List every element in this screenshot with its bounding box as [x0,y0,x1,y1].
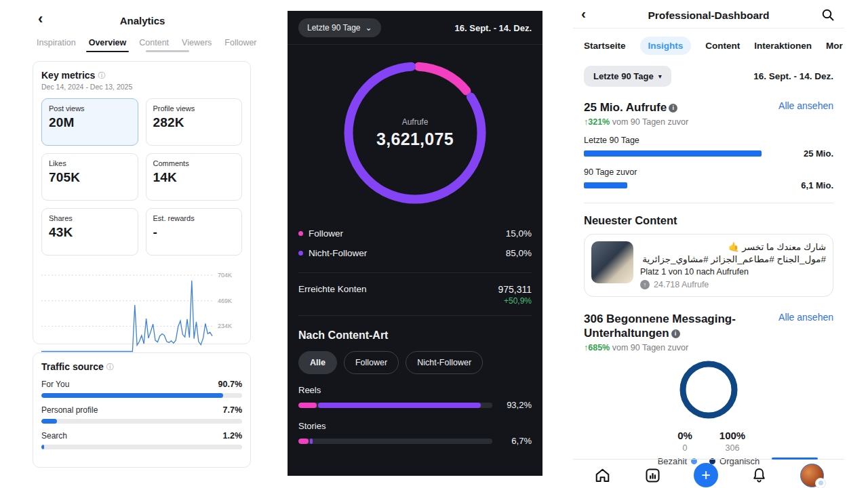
content-art-filter-chips: Alle Follower Nicht-Follower [288,342,542,374]
traffic-source-card: Traffic source ⓘ For You 90.7% Personal … [33,352,251,468]
messaging-delta: ↑685% vom 90 Tagen zuvor [584,343,833,352]
metric-shares[interactable]: Shares 43K [41,208,138,256]
legend-follower: Follower 15,0% [298,224,532,243]
traffic-source-title: Traffic source ⓘ [41,361,242,372]
tab-overview[interactable]: Overview [89,38,127,52]
organic-count: 306 [717,443,747,453]
post-views-row: ↑ 24.718 Aufrufe [640,280,826,289]
content-art-title: Nach Content-Art [288,316,542,342]
pink-dot [298,231,303,236]
notifications-bell-icon[interactable] [750,466,768,485]
traffic-bar [41,393,223,398]
instagram-insights-dark-panel: Letzte 90 Tage ⌄ 16. Sept. - 14. Dez. Au… [288,11,542,476]
reels-follower-segment [298,403,317,408]
tiktok-analytics-panel: ‹ Analytics Inspiration Overview Content… [27,7,258,468]
info-icon[interactable]: ⓘ [106,362,114,372]
dashboard-tabs: Startseite Insights Content Interaktione… [573,28,844,62]
date-range-value: 16. Sept. - 14. Dez. [455,23,532,33]
chip-nicht-follower[interactable]: Nicht-Follower [406,351,483,374]
views-bar-current [584,150,762,157]
see-all-link[interactable]: Alle ansehen [778,312,833,323]
post-views-value: 24.718 Aufrufe [654,280,709,289]
chevron-down-icon: ⌄ [366,23,372,33]
key-metrics-card: Key metrics ⓘ Dec 14, 2024 - Dec 13, 202… [33,61,251,344]
tab-more[interactable]: Mor [826,41,843,51]
dashboard-title: Professional-Dashboard [648,9,769,22]
see-all-link[interactable]: Alle ansehen [778,100,833,111]
latest-content-title: Neuester Content [573,203,844,227]
post-rank: Platz 1 von 10 nach Aufrufen [640,267,826,277]
create-plus-button[interactable]: + [694,463,718,487]
info-icon[interactable]: ⓘ [98,70,105,81]
views-bar-previous [584,182,627,188]
reels-nonfollower-segment [318,403,480,408]
donut-svg [678,359,739,420]
chip-alle[interactable]: Alle [298,351,337,374]
views-section: 25 Mio. Aufrufei Alle ansehen ↑321% vom … [573,87,844,190]
latest-content-post[interactable]: شارك معندك ما تخسر 🤙 #مول_الجناح #مطاعم_… [584,234,833,297]
bar-letzte-90-tage: Letzte 90 Tage 25 Mio. [584,136,833,159]
messaging-section: 306 Begonnene Messaging-Unterhaltungeni … [573,297,844,466]
key-metrics-title: Key metrics ⓘ [41,70,242,81]
donut-legend: Follower 15,0% Nicht-Follower 85,0% [288,209,542,263]
home-icon[interactable] [593,466,612,485]
reached-value: 975,311 [498,284,532,295]
post-caption-line2: #مول_الجناح #مطاعم_الجزائر #مشاوي_جزائري… [640,253,826,266]
back-chevron-icon[interactable]: ‹ [581,5,586,22]
tabs-scroll-indicator [146,50,189,52]
date-range: Dec 14, 2024 - Dec 13, 2025 [41,83,242,91]
post-thumbnail [591,241,633,283]
profile-avatar[interactable] [800,464,824,487]
insights-top-bar: Letzte 90 Tage ⌄ 16. Sept. - 14. Dez. [288,11,542,45]
purple-dot [298,251,303,256]
tab-interaktionen[interactable]: Interaktionen [754,41,812,51]
metric-comments[interactable]: Comments 14K [146,153,243,201]
tab-insights[interactable]: Insights [640,37,692,55]
svg-text:234K: 234K [218,323,232,329]
paid-pct: 0% [670,430,700,441]
donut-center-label: Aufrufe [402,117,429,127]
reached-accounts-row[interactable]: Erreichte Konten 975,311 +50,9% [288,273,542,306]
traffic-row-search: Search 1.2% [41,431,242,449]
tab-followers[interactable]: Follower [224,38,256,52]
traffic-bar [41,419,57,424]
metric-post-views[interactable]: Post views 20M [41,98,138,146]
traffic-row-for-you: For You 90.7% [41,380,242,398]
insights-chart-icon[interactable] [644,466,662,485]
tab-startseite[interactable]: Startseite [584,41,626,51]
metric-est-rewards[interactable]: Est. rewards - [146,208,243,256]
tab-content[interactable]: Content [705,41,740,51]
bar-90-tage-zuvor: 90 Tage zuvor 6,1 Mio. [584,167,833,190]
search-icon[interactable] [821,8,835,22]
info-icon[interactable]: i [669,104,677,113]
professional-dashboard-panel: ‹ Professional-Dashboard Startseite Insi… [573,3,844,486]
organic-pct: 100% [717,430,747,441]
analytics-header: ‹ Analytics [27,7,258,34]
chip-follower[interactable]: Follower [344,351,399,374]
caret-down-icon: ▾ [658,73,662,80]
traffic-row-personal-profile: Personal profile 7.7% [41,405,242,424]
messaging-title: 306 Begonnene Messaging-Unterhaltungeni [584,312,767,340]
views-title: 25 Mio. Aufrufei [584,100,677,115]
nav-active-indicator [772,458,818,460]
post-caption-line1: شارك معندك ما تخسر 🤙 [640,241,826,253]
dashboard-header: ‹ Professional-Dashboard [573,3,844,28]
dashboard-controls: Letzte 90 Tage ▾ 16. Sept. - 14. Dez. [573,62,844,87]
avatar-badge [815,478,826,488]
date-range-dropdown[interactable]: Letzte 90 Tage ⌄ [298,18,381,37]
tab-inspiration[interactable]: Inspiration [37,38,76,52]
arrow-up-circle-icon: ↑ [640,280,650,289]
traffic-bar [41,445,44,449]
views-delta: ↑321% vom 90 Tagen zuvor [584,117,833,127]
line-chart-svg: 704K469K234K [41,265,243,356]
back-chevron-icon[interactable]: ‹ [38,11,43,27]
stories-nonfollower-segment [310,439,312,444]
info-icon[interactable]: i [671,329,680,338]
metric-profile-views[interactable]: Profile views 282K [146,98,243,146]
svg-text:704K: 704K [218,272,232,279]
date-range-dropdown[interactable]: Letzte 90 Tage ▾ [584,66,671,87]
metric-likes[interactable]: Likes 705K [41,153,138,201]
stories-bar: Stories 6,7% [288,410,542,446]
legend-nicht-follower: Nicht-Follower 85,0% [298,243,532,263]
messaging-percentages: 0% 100% [584,430,833,441]
